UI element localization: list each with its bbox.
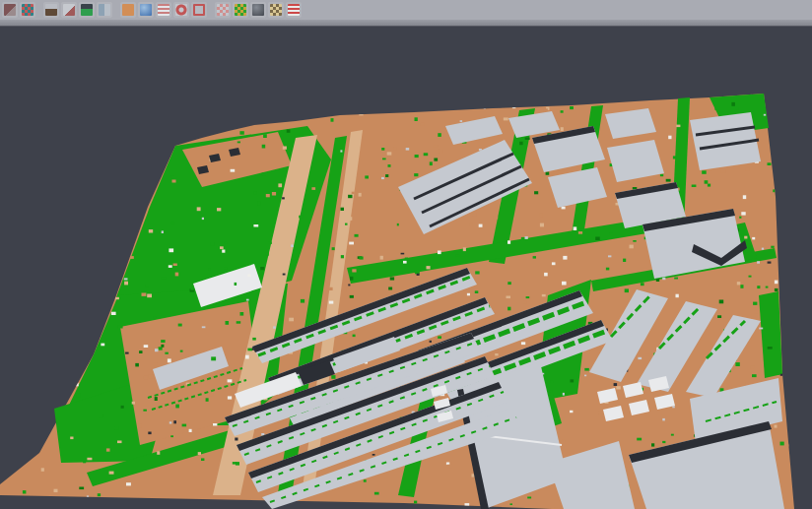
point-cloud-maroon-button[interactable] — [2, 2, 18, 18]
speckle-dot — [341, 255, 344, 258]
speckle-dot — [508, 307, 510, 311]
red-stripe-flag-button[interactable] — [286, 2, 302, 18]
classified-map-button[interactable] — [233, 2, 248, 18]
scatter-points-button[interactable] — [61, 2, 77, 18]
selection-brackets-icon — [193, 4, 205, 16]
speckle-dot — [795, 218, 798, 220]
speckle-dot — [126, 482, 131, 485]
speckle-dot — [563, 256, 567, 260]
speckle-dot — [775, 288, 778, 291]
speckle-dot — [743, 195, 746, 199]
speckle-dot — [94, 269, 96, 271]
speckle-dot — [124, 282, 128, 286]
selection-brackets-button[interactable] — [191, 2, 207, 18]
dark-sphere-button[interactable] — [250, 2, 266, 18]
toolbar-separator — [113, 2, 119, 18]
toolbar-strip — [0, 20, 812, 27]
speckle-dot — [739, 217, 741, 219]
speckle-dot — [381, 177, 384, 179]
speckle-dot — [2, 389, 5, 391]
column-ruler-button[interactable] — [97, 2, 112, 18]
speckle-dot — [6, 316, 8, 318]
speckle-dot — [202, 218, 204, 220]
speckle-dot — [247, 349, 252, 351]
speckle-dot — [731, 102, 735, 106]
speckle-dot — [31, 404, 34, 408]
speckle-dot — [599, 411, 604, 414]
speckle-dot — [85, 102, 90, 105]
red-list-button[interactable] — [156, 2, 171, 18]
speckle-dot — [20, 295, 23, 298]
speckle-dot — [519, 142, 522, 145]
speckle-dot — [792, 444, 796, 447]
speckle-dot — [175, 273, 179, 277]
speckle-dot — [427, 266, 431, 269]
speckle-dot — [349, 242, 354, 245]
speckle-dot — [84, 238, 89, 242]
speckle-dot — [40, 384, 44, 387]
globe-button[interactable] — [138, 2, 154, 18]
speckle-dot — [222, 250, 225, 253]
speckle-dot — [795, 445, 797, 448]
speckle-dot — [795, 328, 798, 331]
speckle-dot — [676, 294, 679, 298]
speckle-dot — [504, 117, 508, 120]
point-cloud-maroon-icon — [4, 4, 16, 16]
speckle-dot — [106, 448, 110, 451]
speckle-dot — [787, 444, 790, 447]
speckle-dot — [266, 194, 270, 197]
red-ring-button[interactable] — [173, 2, 189, 18]
speckle-dot — [780, 442, 784, 446]
speckle-dot — [79, 226, 83, 228]
speckle-dot — [340, 150, 342, 152]
speckle-dot — [3, 133, 8, 137]
sand-texture-button[interactable] — [268, 2, 284, 18]
speckle-dot — [526, 296, 530, 298]
red-teal-checker-button[interactable] — [20, 2, 35, 18]
speckle-dot — [666, 179, 671, 182]
speckle-dot — [104, 124, 108, 126]
speckle-dot — [789, 415, 794, 419]
speckle-dot — [70, 437, 73, 440]
speckle-dot — [805, 409, 810, 413]
terrain-hill-icon — [81, 4, 93, 16]
speckle-dot — [4, 427, 8, 429]
speckle-dot — [87, 458, 92, 461]
speckle-dot — [10, 119, 15, 122]
speckle-dot — [434, 145, 439, 148]
speckle-dot — [93, 256, 97, 258]
speckle-dot — [447, 465, 452, 469]
speckle-dot — [30, 191, 34, 194]
speckle-dot — [143, 410, 147, 412]
speckle-dot — [381, 148, 384, 151]
speckle-dot — [173, 264, 177, 267]
speckle-dot — [662, 278, 665, 281]
speckle-dot — [525, 138, 530, 141]
speckle-dot — [348, 217, 352, 221]
speckle-dot — [606, 268, 609, 271]
speckle-dot — [245, 355, 249, 359]
speckle-dot — [735, 362, 739, 366]
mountain-button[interactable] — [43, 2, 59, 18]
speckle-dot — [359, 193, 362, 197]
speckle-dot — [353, 335, 356, 338]
speckle-dot — [273, 326, 276, 328]
speckle-dot — [374, 492, 379, 495]
speckle-dot — [202, 326, 206, 328]
speckle-dot — [793, 310, 797, 314]
speckle-dot — [766, 286, 769, 288]
speckle-dot — [439, 150, 442, 154]
speckle-dot — [494, 217, 498, 220]
terrain-svg[interactable] — [0, 27, 812, 509]
speckle-dot — [314, 113, 318, 116]
orange-square-button[interactable] — [120, 2, 136, 18]
pink-grid-button[interactable] — [215, 2, 231, 18]
speckle-dot — [240, 312, 244, 316]
terrain-hill-button[interactable] — [79, 2, 95, 18]
speckle-dot — [51, 351, 53, 353]
viewport-3d[interactable] — [0, 27, 812, 509]
speckle-dot — [794, 339, 799, 342]
speckle-dot — [610, 233, 613, 235]
speckle-dot — [206, 398, 209, 402]
speckle-dot — [736, 108, 738, 110]
